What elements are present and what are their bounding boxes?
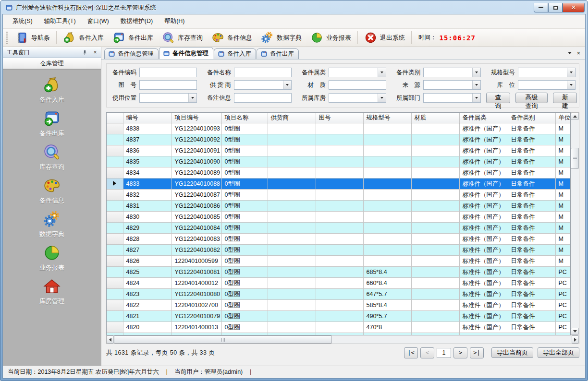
prev-page-button[interactable]: < <box>420 347 434 358</box>
last-page-button[interactable]: >| <box>470 347 484 358</box>
row-selector-cell[interactable] <box>107 145 123 156</box>
column-header[interactable]: 备件类别 <box>508 113 555 123</box>
row-selector-cell[interactable] <box>107 212 123 223</box>
chevron-down-icon[interactable] <box>567 81 575 89</box>
query-button[interactable]: 查询 <box>486 93 510 103</box>
column-header[interactable]: 供货商 <box>268 113 316 123</box>
row-selector-cell[interactable] <box>107 245 123 256</box>
table-row[interactable]: 4838YG122040100930型圈标准件（国产）日常备件M <box>107 123 570 134</box>
column-header[interactable]: 规格型号 <box>363 113 411 123</box>
new-button[interactable]: 新建 <box>553 93 577 103</box>
material-input[interactable] <box>329 80 386 90</box>
column-header[interactable]: 备件属类 <box>459 113 508 123</box>
toolbar-button-business-report[interactable]: 业务报表 <box>306 30 355 46</box>
source-select[interactable] <box>423 80 481 90</box>
row-selector-cell[interactable] <box>107 289 123 300</box>
part-name-input[interactable] <box>234 68 292 77</box>
toolbar-button-exit-system[interactable]: 退出系统 <box>360 30 409 46</box>
table-row[interactable]: 4830YG122040100850型圈标准件（国产）日常备件M <box>107 212 570 223</box>
table-row[interactable]: 4821YG122040100790型圈490*5.7标准件（国产）日常备件PC <box>107 311 570 322</box>
horizontal-scroll-thumb[interactable] <box>114 335 332 344</box>
column-header[interactable]: 编号 <box>123 113 172 123</box>
toolbar-button-navbar[interactable]: 导航条 <box>11 30 54 46</box>
spec-model-select[interactable] <box>518 68 576 77</box>
toolbar-button-parts-outbound[interactable]: 备件出库 <box>108 30 158 46</box>
chevron-down-icon[interactable] <box>472 68 480 77</box>
close-button[interactable]: ✕ <box>563 3 585 12</box>
table-row[interactable]: 4837YG122040100920型圈标准件（国产）日常备件M <box>107 134 570 145</box>
minimize-button[interactable] <box>534 3 548 12</box>
export-all-pages-button[interactable]: 导出全部页 <box>538 347 579 358</box>
row-selector-cell[interactable] <box>107 223 123 234</box>
row-selector-cell[interactable] <box>107 300 123 311</box>
column-header[interactable]: 项目编号 <box>172 113 221 123</box>
row-selector-cell[interactable] <box>107 201 123 212</box>
part-code-input[interactable] <box>139 68 197 77</box>
export-current-page-button[interactable]: 导出当前页 <box>491 347 533 358</box>
title-bar[interactable]: 广州爱奇迪软件科技有限公司-深田之星仓库管理系统 ✕ <box>0 0 588 14</box>
row-selector-cell[interactable] <box>107 167 123 179</box>
row-selector-cell[interactable] <box>107 322 123 333</box>
tab-0[interactable]: 备件信息管理 <box>104 48 159 59</box>
sidebar-item-parts-outbound[interactable]: 备件出库 <box>39 109 64 138</box>
sidebar-item-warehouse-mgmt[interactable]: 库房管理 <box>39 277 64 306</box>
row-selector-cell[interactable] <box>107 256 123 267</box>
vertical-scrollbar[interactable] <box>571 112 579 335</box>
chevron-down-icon[interactable] <box>472 81 480 89</box>
sidebar-item-parts-info[interactable]: 备件信息 <box>39 177 64 205</box>
row-selector-cell[interactable] <box>107 179 123 190</box>
maximize-button[interactable] <box>548 3 563 12</box>
row-selector-cell[interactable] <box>107 134 123 145</box>
sidebar-item-business-report[interactable]: 业务报表 <box>39 244 64 272</box>
table-row[interactable]: 4836YG122040100910型圈标准件（国产）日常备件M <box>107 145 570 156</box>
column-header[interactable]: 单位 <box>555 113 570 123</box>
chevron-down-icon[interactable] <box>472 94 480 102</box>
tab-2[interactable]: 备件入库 <box>214 48 256 59</box>
row-selector-cell[interactable] <box>107 267 123 278</box>
advanced-query-button[interactable]: 高级查询 <box>515 93 548 103</box>
sidebar-item-data-dictionary[interactable]: 数据字典 <box>39 210 64 238</box>
remark-input[interactable] <box>234 93 292 103</box>
chevron-down-icon[interactable] <box>378 68 386 77</box>
sidebar-item-inventory-query[interactable]: 库存查询 <box>39 143 64 171</box>
chevron-down-icon[interactable] <box>283 81 291 89</box>
sidebar-item-parts-inbound[interactable]: 备件入库 <box>39 76 64 104</box>
table-row[interactable]: 4831YG122040100860型圈标准件（国产）日常备件M <box>107 201 570 212</box>
toolbar-button-inventory-query[interactable]: 库存查询 <box>158 30 207 46</box>
table-row[interactable]: 4827YG122040100820型圈标准件（国产）日常备件M <box>107 245 570 256</box>
table-row[interactable]: 4828YG122040100830型圈标准件（国产）日常备件M <box>107 234 570 245</box>
warehouse-select[interactable] <box>329 93 386 103</box>
menu-item[interactable]: 窗口(W) <box>82 14 115 28</box>
table-row[interactable]: 4835YG122040100900型圈标准件（国产）日常备件M <box>107 156 570 167</box>
table-row[interactable]: 482212204010027000型圈585*8.4标准件（国产）日常备件PC <box>107 300 570 311</box>
vertical-scroll-track[interactable] <box>571 120 579 328</box>
tab-close-icon[interactable]: × <box>576 50 580 56</box>
vertical-scroll-thumb[interactable] <box>571 148 579 169</box>
horizontal-scroll-track[interactable] <box>332 335 572 344</box>
use-position-select[interactable] <box>139 93 197 103</box>
next-page-button[interactable]: > <box>453 347 467 358</box>
menu-item[interactable]: 帮助(H) <box>159 14 190 28</box>
table-row[interactable]: 4829YG122040100840型圈标准件（国产）日常备件M <box>107 223 570 234</box>
table-row[interactable]: 4825YG122040100810型圈685*8.4标准件（国产）日常备件PC <box>107 267 570 278</box>
column-header[interactable]: 图号 <box>316 113 363 123</box>
scroll-right-button[interactable] <box>572 335 579 344</box>
table-row[interactable]: 4834YG122040100890型圈标准件（国产）日常备件M <box>107 167 570 179</box>
row-selector-cell[interactable] <box>107 278 123 289</box>
tab-1[interactable]: 备件信息管理 <box>159 47 213 59</box>
horizontal-scrollbar[interactable] <box>106 335 579 344</box>
part-attr-select[interactable] <box>329 68 386 77</box>
row-selector-cell[interactable] <box>107 123 123 134</box>
drawing-no-input[interactable] <box>139 80 197 90</box>
table-row[interactable]: 482012204014000130型圈470*8标准件（国产）日常备件PC <box>107 322 570 333</box>
row-selector-cell[interactable] <box>107 234 123 245</box>
table-row[interactable]: 482612204010005990型圈标准件（国产）日常备件M <box>107 256 570 267</box>
column-header[interactable]: 材质 <box>411 113 459 123</box>
menu-item[interactable]: 系统(S) <box>7 14 38 28</box>
chevron-down-icon[interactable] <box>567 68 575 77</box>
scroll-up-button[interactable] <box>571 113 579 120</box>
tab-list-dropdown-icon[interactable] <box>568 52 572 54</box>
location-select[interactable] <box>518 80 576 90</box>
table-row[interactable]: 4823YG122040100800型圈647*5.7标准件（国产）日常备件PC <box>107 289 570 300</box>
page-number-box[interactable]: 1 <box>437 348 451 358</box>
